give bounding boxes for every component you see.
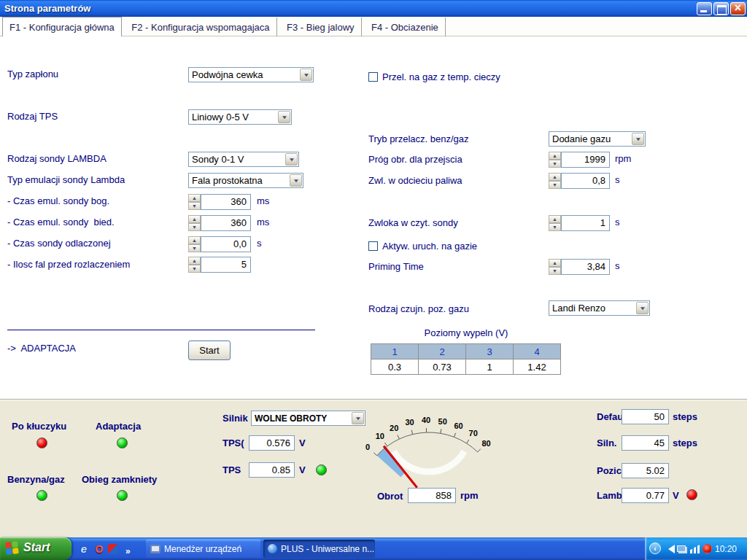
app-shortcut-icon[interactable] <box>108 542 121 556</box>
chevron-down-icon[interactable] <box>636 302 649 314</box>
tray-collapse-icon[interactable]: ‹ <box>649 542 661 554</box>
priming-time-value[interactable]: 3,84 <box>561 259 610 275</box>
adaptation-led-icon <box>117 438 128 448</box>
rpm-gauge: 01020304050607080 <box>356 415 507 488</box>
rpm-field[interactable]: 858 <box>408 488 456 503</box>
start-button[interactable]: Start <box>0 537 71 560</box>
start-button-label: Start <box>23 541 50 554</box>
levels-header-4: 4 <box>514 344 561 359</box>
tps-type-label: Rodzaj TPS <box>7 111 58 122</box>
chevron-down-icon[interactable] <box>285 153 298 166</box>
ignition-type-combobox[interactable]: Podwójna cewka <box>188 67 314 82</box>
priming-time-spinner[interactable]: 3,84 <box>549 259 610 275</box>
spin-buttons-icon[interactable] <box>549 152 561 168</box>
checkbox-box-icon[interactable] <box>368 72 378 82</box>
levels-value-3[interactable]: 1 <box>466 359 514 375</box>
petrol-gas-label: Benzyna/gaz <box>7 474 65 485</box>
svg-text:40: 40 <box>422 416 430 424</box>
engine-steps-field[interactable]: 45 <box>622 435 669 451</box>
wave-count-spinner[interactable]: 5 <box>188 257 251 273</box>
quick-launch-overflow-icon[interactable]: » <box>125 546 131 556</box>
spin-buttons-icon[interactable] <box>188 215 201 231</box>
volume-icon[interactable] <box>664 545 675 553</box>
engine-state-combobox[interactable]: WOLNE OBROTY <box>251 411 365 426</box>
gas-level-field[interactable]: 5.02 <box>622 463 669 478</box>
lean-time-spinner[interactable]: 360 <box>188 215 251 231</box>
lambda-type-label: Rodzaj sondy LAMBDA <box>7 153 107 164</box>
tps-type-value: Liniowy 0-5 V <box>189 110 277 124</box>
signal-icon[interactable] <box>690 545 700 553</box>
svg-text:20: 20 <box>390 424 398 432</box>
spin-buttons-icon[interactable] <box>188 236 201 252</box>
task-label: PLUS - Uniwersalne n... <box>281 544 374 554</box>
levels-value-4[interactable]: 1.42 <box>514 359 561 375</box>
tab-f1-main-config[interactable]: F1 - Konfiguracja główna <box>2 17 122 37</box>
temp-switch-checkbox[interactable]: Przel. na gaz z temp. cieczy <box>368 71 500 82</box>
adaptation-start-button[interactable]: Start <box>188 341 231 360</box>
lambda-field[interactable]: 0.77 <box>622 488 669 503</box>
tps-voltage-field[interactable]: 0.576 <box>249 435 295 451</box>
emulation-type-value: Fala prostokatna <box>189 174 289 187</box>
wave-count-label: - Ilosc fal przed rozlaczeniem <box>7 259 130 270</box>
svg-text:10: 10 <box>376 432 384 440</box>
gas-start-checkbox[interactable]: Aktyw. uruch. na gazie <box>368 241 477 252</box>
emulation-type-combobox[interactable]: Fala prostokatna <box>188 173 303 188</box>
maximize-button-icon[interactable] <box>713 2 729 15</box>
fuel-cut-delay-label: Zwl. w odcieciu paliwa <box>368 175 462 186</box>
spin-buttons-icon[interactable] <box>549 215 561 231</box>
lean-time-value[interactable]: 360 <box>201 215 251 231</box>
rpm-threshold-value[interactable]: 1999 <box>561 152 610 168</box>
rich-time-value[interactable]: 360 <box>201 194 251 210</box>
disconnect-time-spinner[interactable]: 0,0 <box>188 236 251 252</box>
chevron-down-icon[interactable] <box>632 133 644 145</box>
levels-table: 1 2 3 4 0.3 0.73 1 1.42 <box>371 343 561 375</box>
levels-value-1[interactable]: 0.3 <box>371 359 419 375</box>
windows-logo-icon <box>5 541 20 556</box>
gas-level-label: Pozic <box>597 465 622 476</box>
chevron-down-icon[interactable] <box>278 111 290 123</box>
probe-delay-spinner[interactable]: 1 <box>549 215 610 231</box>
tab-f3-idle[interactable]: F3 - Bieg jalowy <box>280 18 361 36</box>
spin-buttons-icon[interactable] <box>549 173 561 189</box>
level-sensor-combobox[interactable]: Landi Renzo <box>549 300 650 316</box>
spin-buttons-icon[interactable] <box>549 259 561 275</box>
petrol-gas-led-icon <box>36 490 47 501</box>
close-button-icon[interactable] <box>730 2 746 15</box>
wave-count-value[interactable]: 5 <box>201 257 251 273</box>
probe-delay-value[interactable]: 1 <box>561 215 610 231</box>
key-on-led-icon <box>36 438 47 448</box>
internet-explorer-icon[interactable] <box>77 542 90 556</box>
engine-state-value: WOLNE OBROTY <box>252 411 351 425</box>
adaptation-status-label: Adaptacja <box>96 421 141 432</box>
lambda-type-combobox[interactable]: Sondy 0-1 V <box>188 152 299 167</box>
opera-icon[interactable] <box>93 542 106 556</box>
level-sensor-value: Landi Renzo <box>549 301 635 315</box>
tab-f4-load[interactable]: F4 - Obciazenie <box>365 18 446 36</box>
taskbar-task-device-manager[interactable]: Menedżer urządzeń <box>146 540 260 558</box>
desktop: Strona parametrów F1 - Konfiguracja głów… <box>0 0 747 560</box>
engine-steps-unit: steps <box>673 438 697 448</box>
levels-value-2[interactable]: 0.73 <box>419 359 466 375</box>
chevron-down-icon[interactable] <box>300 69 312 81</box>
default-steps-field[interactable]: 50 <box>622 409 669 424</box>
fuel-cut-delay-value[interactable]: 0,8 <box>561 173 610 189</box>
tps-field[interactable]: 0.85 <box>249 462 295 478</box>
minimize-button-icon[interactable] <box>697 2 712 15</box>
rich-time-spinner[interactable]: 360 <box>188 194 251 210</box>
switch-mode-combobox[interactable]: Dodanie gazu <box>549 131 646 147</box>
spin-buttons-icon[interactable] <box>188 194 201 210</box>
chevron-down-icon[interactable] <box>290 174 302 187</box>
antivirus-alert-icon[interactable] <box>703 544 712 553</box>
spin-buttons-icon[interactable] <box>188 257 201 273</box>
checkbox-box-icon[interactable] <box>368 241 378 251</box>
plus-app-icon <box>268 544 277 553</box>
tab-f2-aux-config[interactable]: F2 - Konfiguracja wspomagajaca <box>125 18 276 36</box>
fuel-cut-delay-spinner[interactable]: 0,8 <box>549 173 610 189</box>
lambda-unit: V <box>673 490 679 501</box>
tps-type-combobox[interactable]: Liniowy 0-5 V <box>188 109 292 125</box>
network-icon[interactable] <box>677 545 686 552</box>
rpm-threshold-spinner[interactable]: 1999 <box>549 152 610 168</box>
disconnect-time-value[interactable]: 0,0 <box>201 236 251 252</box>
taskbar-task-plus-app[interactable]: PLUS - Uniwersalne n... <box>263 540 375 558</box>
tray-clock: 10:20 <box>715 544 737 554</box>
